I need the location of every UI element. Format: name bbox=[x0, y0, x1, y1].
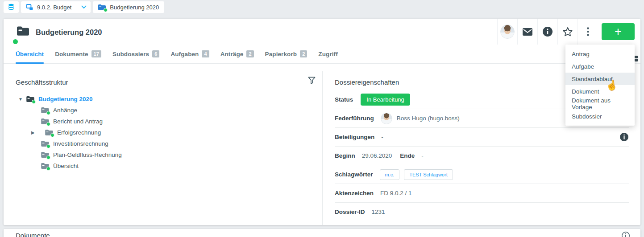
end-date: - bbox=[421, 152, 424, 159]
folder-icon bbox=[31, 129, 39, 136]
menu-item-standardablauf[interactable]: Standardablauf bbox=[565, 73, 635, 85]
keyword-chip[interactable]: TEST Schlagwort bbox=[404, 169, 453, 180]
kebab-menu-icon bbox=[587, 27, 589, 36]
tree-item[interactable]: Bericht und Antrag bbox=[16, 116, 310, 127]
menu-item-antrag[interactable]: Antrag bbox=[565, 48, 635, 60]
folder-icon bbox=[41, 163, 49, 169]
tab-uebersicht[interactable]: Übersicht bbox=[16, 45, 44, 63]
documents-info-button[interactable] bbox=[622, 232, 630, 237]
plus-icon: + bbox=[615, 26, 622, 38]
position-structure-icon bbox=[26, 4, 33, 10]
clipped-toolbar-icon bbox=[635, 56, 638, 62]
menu-item-aufgabe[interactable]: Aufgabe bbox=[565, 60, 635, 73]
tab-dropdown-toggle[interactable] bbox=[77, 1, 91, 13]
menu-item-dokument-aus-vorlage[interactable]: Dokument aus Vorlage bbox=[565, 98, 635, 110]
tree-item-label: Budgetierung 2020 bbox=[38, 96, 93, 102]
status-badge: In Bearbeitung bbox=[361, 94, 410, 106]
menu-item-dokument[interactable]: Dokument bbox=[565, 85, 635, 98]
application-window: 9.0.2. Budget Budgetierung 2020 bbox=[0, 0, 644, 237]
caret-down-icon[interactable]: ▼ bbox=[18, 97, 26, 102]
dossier-folder-icon bbox=[98, 4, 106, 11]
add-button[interactable]: + bbox=[602, 23, 635, 40]
mail-button[interactable] bbox=[517, 19, 537, 45]
tree-item-label: Anhänge bbox=[53, 107, 77, 114]
menu-item-subdossier[interactable]: Subdossier bbox=[565, 110, 635, 123]
panel-divider bbox=[322, 71, 323, 225]
tree-item-expandable[interactable]: ▶ Erfolgsrechnung bbox=[16, 127, 310, 138]
info-icon bbox=[620, 133, 628, 141]
tab-position-label: 9.0.2. Budget bbox=[37, 4, 71, 11]
documents-section-title: Dokumente bbox=[16, 232, 50, 237]
count-badge: 17 bbox=[91, 50, 101, 57]
tab-dokumente[interactable]: Dokumente17 bbox=[55, 45, 101, 63]
business-structure-tree: ▼ Budgetierung 2020 Anhänge bbox=[16, 94, 310, 172]
property-row-aktenzeichen: Aktenzeichen FD 9.0.2 / 1 bbox=[335, 184, 629, 203]
folder-icon bbox=[26, 96, 34, 102]
property-row-dossier-id: Dossier-ID 1231 bbox=[335, 203, 629, 221]
reference-number: FD 9.0.2 / 1 bbox=[380, 190, 412, 196]
tree-item-label: Bericht und Antrag bbox=[53, 118, 103, 125]
page-title: Budgetierung 2020 bbox=[36, 28, 102, 37]
tree-panel-title: Geschäftsstruktur bbox=[16, 78, 68, 86]
star-icon bbox=[562, 27, 573, 37]
tree-item-label: Investitionsrechnung bbox=[53, 140, 108, 147]
filter-icon bbox=[308, 77, 316, 84]
top-tab-bar: 9.0.2. Budget Budgetierung 2020 bbox=[0, 0, 644, 14]
folder-icon bbox=[41, 151, 49, 158]
tree-item-label: Erfolgsrechnung bbox=[57, 129, 101, 136]
folder-icon bbox=[41, 118, 49, 125]
tree-item[interactable]: Plan-Geldfluss-Rechnung bbox=[16, 149, 310, 160]
info-icon bbox=[622, 232, 630, 237]
tab-subdossiers[interactable]: Subdossiers6 bbox=[112, 45, 159, 63]
dossier-card: Budgetierung 2020 bbox=[4, 19, 640, 225]
properties-panel-title: Dossiereigenschaften bbox=[335, 78, 399, 86]
tree-item-root[interactable]: ▼ Budgetierung 2020 bbox=[16, 94, 310, 105]
open-tab-dossier[interactable]: Budgetierung 2020 bbox=[93, 1, 164, 13]
responsible-name[interactable]: Boss Hugo (hugo.boss) bbox=[397, 115, 460, 122]
count-badge: 4 bbox=[202, 50, 209, 57]
dossier-tabs: Übersicht Dokumente17 Subdossiers6 Aufga… bbox=[4, 45, 640, 64]
count-badge: 2 bbox=[246, 50, 253, 57]
keyword-chip[interactable]: m.c. bbox=[380, 169, 400, 180]
count-badge: 2 bbox=[300, 50, 307, 57]
tab-aufgaben[interactable]: Aufgaben4 bbox=[170, 45, 209, 63]
tree-item-label: Übersicht bbox=[53, 163, 79, 169]
tab-dossier-label: Budgetierung 2020 bbox=[110, 4, 159, 11]
current-user-avatar[interactable] bbox=[497, 19, 517, 45]
tree-item[interactable]: Übersicht bbox=[16, 160, 310, 172]
favorite-button[interactable] bbox=[557, 19, 578, 45]
participations-info-button[interactable] bbox=[620, 133, 628, 141]
documents-card: Dokumente bbox=[4, 229, 640, 237]
info-icon bbox=[543, 27, 553, 37]
info-button[interactable] bbox=[537, 19, 557, 45]
property-row-schlagwoerter: Schlagwörter m.c. TEST Schlagwort bbox=[335, 165, 629, 184]
avatar bbox=[500, 25, 515, 39]
folder-icon bbox=[41, 107, 49, 114]
dossier-id: 1231 bbox=[372, 208, 385, 215]
property-row-beginn: Beginn 29.06.2020 Ende - bbox=[335, 147, 629, 165]
filter-button[interactable] bbox=[308, 77, 316, 84]
more-actions-button[interactable] bbox=[578, 19, 598, 45]
tab-papierkorb[interactable]: Papierkorb2 bbox=[265, 45, 307, 63]
tree-item[interactable]: Investitionsrechnung bbox=[16, 138, 310, 149]
tab-zugriff[interactable]: Zugriff bbox=[318, 45, 337, 63]
mail-icon bbox=[523, 28, 532, 36]
hand-cursor-icon: ☝ bbox=[605, 79, 619, 92]
responsible-avatar bbox=[381, 113, 392, 124]
header-actions bbox=[497, 19, 598, 45]
folder-icon bbox=[45, 129, 53, 136]
tree-item-label: Plan-Geldfluss-Rechnung bbox=[53, 151, 122, 158]
tab-antraege[interactable]: Anträge2 bbox=[220, 45, 254, 63]
repository-home-button[interactable] bbox=[4, 1, 19, 13]
property-row-beteiligungen: Beteiligungen - bbox=[335, 128, 629, 147]
folder-icon bbox=[41, 140, 49, 147]
open-tab-position[interactable]: 9.0.2. Budget bbox=[21, 1, 91, 13]
database-icon bbox=[7, 3, 15, 11]
add-context-menu: Antrag Aufgabe Standardablauf Dokument D… bbox=[565, 45, 635, 126]
count-badge: 6 bbox=[152, 50, 159, 57]
start-date: 29.06.2020 bbox=[362, 152, 392, 159]
chevron-down-icon bbox=[81, 5, 87, 9]
tree-item[interactable]: Anhänge bbox=[16, 105, 310, 116]
